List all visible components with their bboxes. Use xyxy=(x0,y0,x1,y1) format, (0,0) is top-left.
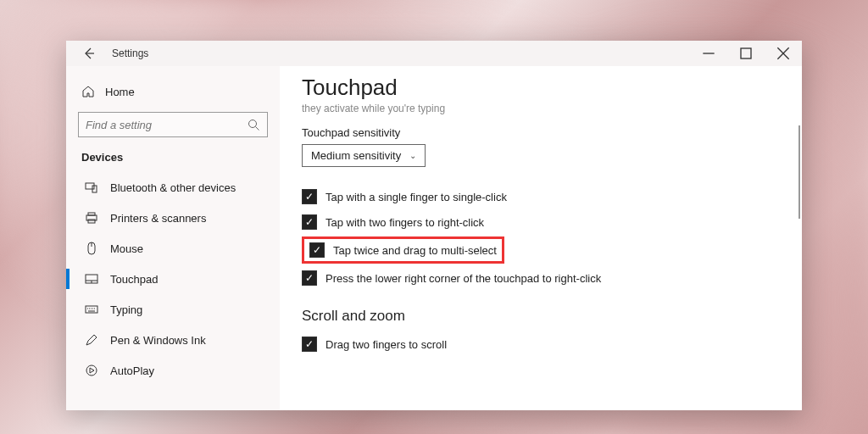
sidebar-item-bluetooth[interactable]: Bluetooth & other devices xyxy=(78,172,268,203)
devices-icon xyxy=(85,181,98,194)
sidebar: Home Devices Bluetooth & other devices P… xyxy=(66,66,280,410)
home-label: Home xyxy=(105,86,135,98)
sidebar-item-label: Mouse xyxy=(110,242,143,255)
window-controls xyxy=(690,41,802,66)
check-icon: ✓ xyxy=(305,339,314,349)
mouse-icon xyxy=(85,242,98,255)
sensitivity-label: Touchpad sensitivity xyxy=(302,126,780,139)
svg-point-10 xyxy=(86,365,97,376)
check-single-tap[interactable]: ✓ Tap with a single finger to single-cli… xyxy=(302,184,780,209)
sidebar-item-label: Printers & scanners xyxy=(110,212,206,225)
check-tap-twice-drag[interactable]: ✓ Tap twice and drag to multi-select xyxy=(309,241,497,259)
check-label: Drag two fingers to scroll xyxy=(326,338,447,351)
back-arrow-icon xyxy=(82,47,96,60)
check-label: Tap twice and drag to multi-select xyxy=(333,244,497,257)
sidebar-item-pen[interactable]: Pen & Windows Ink xyxy=(78,325,268,355)
sidebar-section-title: Devices xyxy=(81,151,264,164)
search-icon xyxy=(247,118,260,131)
printer-icon xyxy=(85,211,98,225)
sidebar-item-label: Bluetooth & other devices xyxy=(110,181,236,194)
check-icon: ✓ xyxy=(313,245,321,255)
titlebar: Settings xyxy=(66,41,802,66)
chevron-down-icon: ⌄ xyxy=(409,151,416,160)
checkbox[interactable]: ✓ xyxy=(302,270,317,286)
maximize-button[interactable] xyxy=(727,41,765,66)
check-label: Press the lower right corner of the touc… xyxy=(326,272,601,285)
dropdown-value: Medium sensitivity xyxy=(311,149,401,162)
svg-rect-0 xyxy=(741,48,751,58)
sidebar-item-mouse[interactable]: Mouse xyxy=(78,233,268,264)
minimize-button[interactable] xyxy=(690,41,727,66)
svg-rect-9 xyxy=(86,306,97,313)
scrollbar[interactable] xyxy=(798,125,800,219)
svg-point-1 xyxy=(249,120,257,128)
checkbox[interactable]: ✓ xyxy=(302,189,317,204)
check-two-finger-tap[interactable]: ✓ Tap with two fingers to right-click xyxy=(302,209,780,235)
checkbox[interactable]: ✓ xyxy=(302,214,317,230)
sidebar-item-label: Typing xyxy=(110,303,142,316)
truncated-previous-text: they activate while you're typing xyxy=(302,103,780,114)
search-input[interactable] xyxy=(86,119,247,131)
sidebar-item-typing[interactable]: Typing xyxy=(78,294,268,325)
scroll-zoom-heading: Scroll and zoom xyxy=(302,308,780,325)
check-icon: ✓ xyxy=(305,192,314,202)
highlighted-option: ✓ Tap twice and drag to multi-select xyxy=(302,236,504,264)
home-icon xyxy=(81,85,95,98)
svg-rect-5 xyxy=(88,213,95,215)
checkbox[interactable]: ✓ xyxy=(302,337,317,352)
window-body: Home Devices Bluetooth & other devices P… xyxy=(66,66,802,410)
settings-window: Settings Home Devices Bluetooth & other … xyxy=(66,41,802,410)
checkbox[interactable]: ✓ xyxy=(309,242,325,258)
pen-icon xyxy=(85,333,98,347)
content-pane: Touchpad they activate while you're typi… xyxy=(280,66,802,410)
window-title: Settings xyxy=(112,47,148,59)
check-label: Tap with two fingers to right-click xyxy=(326,216,484,229)
search-box[interactable] xyxy=(78,112,268,137)
sidebar-item-autoplay[interactable]: AutoPlay xyxy=(78,355,268,386)
sidebar-item-touchpad[interactable]: Touchpad xyxy=(78,264,268,294)
back-button[interactable] xyxy=(76,41,102,66)
check-icon: ✓ xyxy=(305,217,314,227)
check-icon: ✓ xyxy=(305,273,314,283)
check-two-finger-scroll[interactable]: ✓ Drag two fingers to scroll xyxy=(302,331,780,357)
check-label: Tap with a single finger to single-click xyxy=(326,191,507,203)
autoplay-icon xyxy=(85,364,98,377)
sidebar-item-label: Touchpad xyxy=(110,273,158,286)
sensitivity-dropdown[interactable]: Medium sensitivity ⌄ xyxy=(302,144,426,167)
sidebar-item-printers[interactable]: Printers & scanners xyxy=(78,203,268,233)
sidebar-item-label: Pen & Windows Ink xyxy=(110,334,206,347)
sidebar-item-label: AutoPlay xyxy=(110,364,154,377)
home-link[interactable]: Home xyxy=(78,80,268,103)
page-title: Touchpad xyxy=(302,75,780,101)
check-lower-right-corner[interactable]: ✓ Press the lower right corner of the to… xyxy=(302,265,780,291)
touchpad-icon xyxy=(85,272,98,286)
close-button[interactable] xyxy=(765,41,802,66)
keyboard-icon xyxy=(85,303,98,316)
